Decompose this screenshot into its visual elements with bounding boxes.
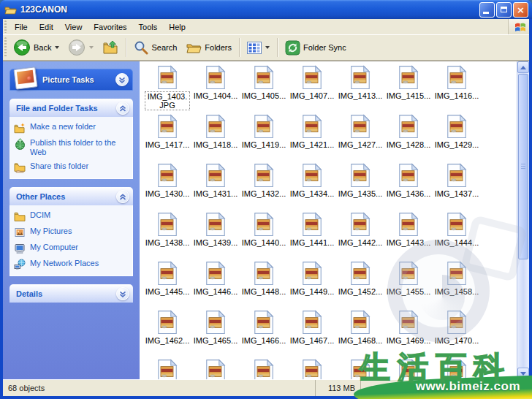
details-header[interactable]: Details [10,284,133,303]
file-item[interactable]: IMG_1444... [433,210,480,259]
place-item-my-network-places[interactable]: My Network Places [14,259,129,270]
file-item[interactable]: IMG_1446... [192,259,239,308]
file-folder-tasks-header[interactable]: File and Folder Tasks [10,99,133,117]
file-item[interactable]: IMG_1439... [192,210,239,259]
jpeg-file-icon [302,261,322,286]
menu-help[interactable]: Help [163,21,191,33]
file-item[interactable]: IMG_1434... [289,162,335,210]
picture-tasks-header[interactable]: Picture Tasks [10,69,133,91]
scroll-up-button[interactable] [517,61,529,73]
forward-dropdown-icon [89,46,94,49]
file-item[interactable]: IMG_1465... [192,308,239,357]
search-button[interactable]: Search [129,37,181,58]
file-item[interactable]: IMG_1429... [433,113,480,162]
file-item[interactable]: IMG_1445... [144,259,191,308]
up-button[interactable] [98,37,123,58]
file-item[interactable]: IMG_1428... [385,113,432,162]
views-button[interactable] [243,37,274,58]
forward-button[interactable] [64,37,98,58]
file-item[interactable]: IMG_1476... [144,357,191,379]
file-item[interactable]: IMG_1405... [240,64,287,113]
file-item[interactable]: IMG_1443... [385,210,432,259]
chevron-up-icon[interactable] [116,190,129,203]
file-item[interactable]: IMG_1470... [433,308,480,357]
file-item[interactable]: IMG_1462... [144,308,191,357]
scroll-down-button[interactable] [517,368,529,379]
place-item-my-pictures[interactable]: My Pictures [14,227,129,238]
maximize-button[interactable] [496,2,512,18]
file-item[interactable]: IMG_1468... [337,308,384,357]
file-item[interactable]: IMG_1413... [337,64,384,113]
file-item[interactable]: IMG_1415... [385,64,432,113]
file-item[interactable]: IMG_1407... [289,64,335,113]
back-dropdown-icon[interactable] [55,46,59,49]
file-item[interactable]: IMG_1431... [192,162,239,210]
file-item[interactable]: IMG_1452... [337,259,384,308]
menu-favorites[interactable]: Favorites [88,21,132,33]
file-item[interactable]: IMG_1479... [289,357,335,379]
task-item-share-this-folder[interactable]: Share this folder [14,162,129,173]
file-item[interactable]: IMG_1438... [144,210,191,259]
file-item[interactable]: IMG_1442... [337,210,384,259]
file-item[interactable]: IMG_1403.JPG [144,64,191,113]
task-item-publish-this-folder-to-the-web[interactable]: Publish this folder to the Web [14,138,129,157]
file-item[interactable]: IMG_1469... [385,308,432,357]
file-item[interactable]: IMG_1455... [385,259,432,308]
file-item[interactable]: IMG_1449... [289,259,335,308]
file-item[interactable]: IMG_1421... [289,113,335,162]
file-item[interactable]: IMG_1427... [337,113,384,162]
file-item[interactable]: IMG_1458... [433,259,480,308]
status-bar: 68 objects 113 MB [3,379,529,396]
minimize-button[interactable] [479,2,495,18]
menu-file[interactable]: File [9,21,34,33]
chevron-down-icon[interactable] [115,73,129,86]
place-item-label: My Computer [30,243,78,252]
other-places-header[interactable]: Other Places [10,187,133,205]
menu-view[interactable]: View [59,21,88,33]
file-item[interactable]: IMG_1481... [385,357,432,379]
panel-other-places: Other Places DCIMMy PicturesMy ComputerM… [10,187,133,276]
file-item[interactable]: IMG_1467... [289,308,335,357]
close-button[interactable]: × [513,2,528,18]
file-item[interactable]: IMG_1435... [337,162,384,210]
sidebar: Picture Tasks File and Folder Tasks Make… [3,61,140,379]
chevron-down-icon[interactable] [116,287,129,300]
file-item[interactable]: IMG_1432... [240,162,287,210]
file-item[interactable]: IMG_1430... [144,162,191,210]
file-item[interactable]: IMG_1440... [240,210,287,259]
folders-button[interactable]: Folders [181,37,236,58]
file-item[interactable]: IMG_1441... [289,210,335,259]
chevron-up-icon[interactable] [116,102,129,115]
file-item[interactable]: IMG_1416... [433,64,480,113]
file-label: IMG_1428... [387,140,431,149]
views-dropdown-icon[interactable] [265,46,270,49]
file-item[interactable]: IMG_1466... [240,308,287,357]
file-area[interactable]: IMG_1403.JPGIMG_1404...IMG_1405...IMG_14… [140,61,517,379]
menubar-grip[interactable] [4,20,7,33]
menu-tools[interactable]: Tools [133,21,164,33]
maximize-icon [501,7,507,12]
titlebar[interactable]: 123CANON × [0,0,532,19]
file-item[interactable]: IMG_1437... [433,162,480,210]
toolbar-grip[interactable] [4,37,7,57]
file-item[interactable]: IMG_1418... [192,113,239,162]
place-item-dcim[interactable]: DCIM [14,210,129,222]
task-item-make-a-new-folder[interactable]: Make a new folder [14,122,129,134]
file-item[interactable]: IMG_1477... [192,357,239,379]
file-item[interactable]: IMG_1482... [433,357,480,379]
folder-sync-button[interactable]: Folder Sync [281,37,351,58]
menu-edit[interactable]: Edit [34,21,59,33]
back-button[interactable]: Back [9,37,64,58]
file-item[interactable]: IMG_1436... [385,162,432,210]
file-item[interactable]: IMG_1478... [240,357,287,379]
file-label: IMG_1439... [194,238,238,247]
vertical-scrollbar[interactable] [517,61,529,379]
file-item[interactable]: IMG_1417... [144,113,191,162]
file-item[interactable]: IMG_1419... [240,113,287,162]
scrollbar-thumb[interactable] [518,74,528,259]
place-item-my-computer[interactable]: My Computer [14,243,129,254]
file-item[interactable]: IMG_1480... [337,357,384,379]
jpeg-file-icon [398,359,419,379]
file-item[interactable]: IMG_1448... [240,259,287,308]
file-item[interactable]: IMG_1404... [192,64,239,113]
